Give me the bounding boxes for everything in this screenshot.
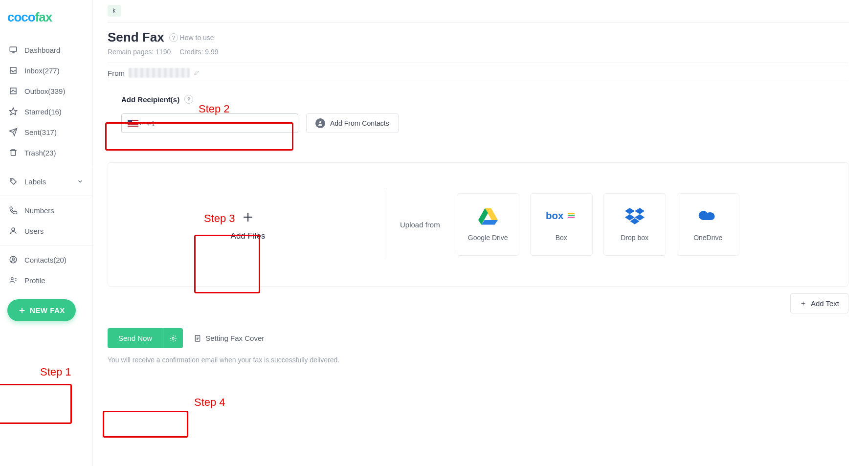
page-header: Send Fax ? How to use Remain pages: 1190…	[108, 30, 848, 56]
annotation-step4: Step 4	[194, 396, 225, 409]
svg-rect-15	[568, 217, 575, 218]
credits-value: Credits: 9.99	[179, 48, 218, 56]
chevron-down-icon	[77, 178, 84, 185]
sidebar-item-label: Sent(317)	[24, 128, 57, 136]
sidebar-item-labels[interactable]: Labels	[0, 171, 92, 192]
from-label: From	[108, 69, 125, 77]
person-icon	[315, 118, 325, 128]
onedrive-icon	[696, 207, 720, 225]
svg-rect-13	[568, 213, 575, 215]
source-label: Drop box	[621, 234, 648, 242]
inbox-icon	[9, 66, 18, 75]
add-from-contacts-button[interactable]: Add From Contacts	[306, 113, 399, 133]
upload-source-onedrive[interactable]: OneDrive	[677, 193, 739, 256]
add-from-contacts-label: Add From Contacts	[330, 119, 389, 127]
profile-icon	[9, 276, 18, 285]
sidebar-item-outbox[interactable]: Outbox(339)	[0, 81, 92, 101]
sidebar: cocofax Dashboard Inbox(277) Outbox(339)…	[0, 0, 93, 466]
svg-text:box: box	[546, 210, 564, 221]
sidebar-item-contacts[interactable]: Contacts(20)	[0, 249, 92, 270]
sidebar-item-label: Outbox(339)	[24, 87, 65, 95]
trash-icon	[9, 148, 18, 157]
help-icon: ?	[169, 33, 178, 42]
svg-point-6	[12, 258, 15, 260]
plus-icon	[18, 307, 26, 314]
svg-point-21	[172, 337, 174, 339]
recipients-section: Add Recipient(s) ? ▾ +1 Add From Conta	[108, 81, 848, 138]
sidebar-item-label: Numbers	[24, 206, 54, 215]
monitor-icon	[9, 45, 18, 54]
how-to-use-label: How to use	[180, 34, 214, 42]
sidebar-item-sent[interactable]: Sent(317)	[0, 122, 92, 142]
from-number-redacted	[129, 68, 190, 78]
page-title: Send Fax	[108, 30, 164, 45]
svg-point-8	[319, 121, 321, 123]
sidebar-item-inbox[interactable]: Inbox(277)	[0, 60, 92, 81]
user-icon	[9, 226, 18, 235]
document-icon	[194, 334, 201, 342]
recipient-phone-input[interactable]: ▾ +1	[121, 113, 298, 133]
add-files-label: Add Files	[231, 231, 266, 241]
star-icon	[9, 107, 18, 116]
new-fax-label: NEW FAX	[30, 306, 65, 314]
phone-icon	[9, 206, 18, 215]
box-icon: box	[546, 207, 577, 225]
add-files-button[interactable]: ＋ Add Files	[126, 208, 370, 241]
add-text-button[interactable]: ＋ Add Text	[790, 293, 848, 313]
sidebar-item-starred[interactable]: Starred(16)	[0, 101, 92, 122]
annotation-box-step4	[103, 411, 188, 438]
send-now-button[interactable]: Send Now	[108, 328, 163, 348]
edit-from-button[interactable]	[194, 70, 200, 76]
logo: cocofax	[0, 10, 92, 40]
source-label: Google Drive	[468, 234, 508, 242]
sidebar-item-profile[interactable]: Profile	[0, 270, 92, 290]
divider	[108, 22, 848, 23]
sidebar-item-label: Inbox(277)	[24, 67, 60, 75]
upload-from-label: Upload from	[400, 221, 440, 229]
how-to-use-link[interactable]: ? How to use	[169, 33, 214, 42]
sidebar-item-trash[interactable]: Trash(23)	[0, 142, 92, 163]
source-label: OneDrive	[693, 234, 722, 242]
collapse-sidebar-button[interactable]	[108, 5, 121, 17]
sidebar-item-label: Users	[24, 227, 44, 235]
sidebar-item-label: Labels	[24, 178, 46, 186]
send-options-button[interactable]	[163, 328, 183, 348]
setting-cover-label: Setting Fax Cover	[205, 334, 264, 342]
svg-marker-1	[10, 108, 17, 115]
svg-point-3	[11, 179, 12, 180]
confirmation-note: You will receive a confirmation email wh…	[108, 356, 848, 364]
contacts-icon	[9, 255, 18, 264]
source-label: Box	[556, 234, 567, 242]
send-now-label: Send Now	[118, 334, 152, 342]
divider	[108, 63, 848, 63]
upload-source-dropbox[interactable]: Drop box	[603, 193, 666, 256]
country-flag-selector[interactable]: ▾	[128, 120, 142, 127]
sidebar-item-label: Profile	[24, 276, 45, 285]
svg-marker-16	[625, 208, 635, 214]
from-row: From	[108, 68, 848, 78]
sidebar-item-numbers[interactable]: Numbers	[0, 200, 92, 221]
sidebar-item-dashboard[interactable]: Dashboard	[0, 40, 92, 60]
svg-point-7	[11, 278, 14, 280]
upload-source-google-drive[interactable]: Google Drive	[457, 193, 519, 256]
svg-marker-11	[481, 220, 498, 225]
logo-part1: coco	[7, 10, 35, 24]
gear-icon	[169, 334, 177, 342]
tag-icon	[9, 177, 18, 186]
setting-fax-cover-link[interactable]: Setting Fax Cover	[194, 334, 264, 342]
upload-source-box[interactable]: box Box	[530, 193, 593, 256]
send-icon	[9, 128, 18, 136]
svg-rect-2	[11, 151, 16, 156]
new-fax-button[interactable]: NEW FAX	[7, 299, 76, 321]
caret-down-icon: ▾	[139, 121, 142, 126]
help-icon[interactable]: ?	[184, 95, 193, 104]
google-drive-icon	[478, 207, 498, 225]
plus-icon: ＋	[240, 208, 256, 224]
recipient-number-field[interactable]	[160, 119, 292, 128]
dial-code: +1	[147, 119, 155, 128]
dropbox-icon	[625, 207, 645, 225]
logo-part2: fax	[35, 10, 52, 24]
svg-rect-0	[10, 47, 17, 51]
sidebar-item-users[interactable]: Users	[0, 221, 92, 241]
sidebar-item-label: Starred(16)	[24, 108, 62, 116]
